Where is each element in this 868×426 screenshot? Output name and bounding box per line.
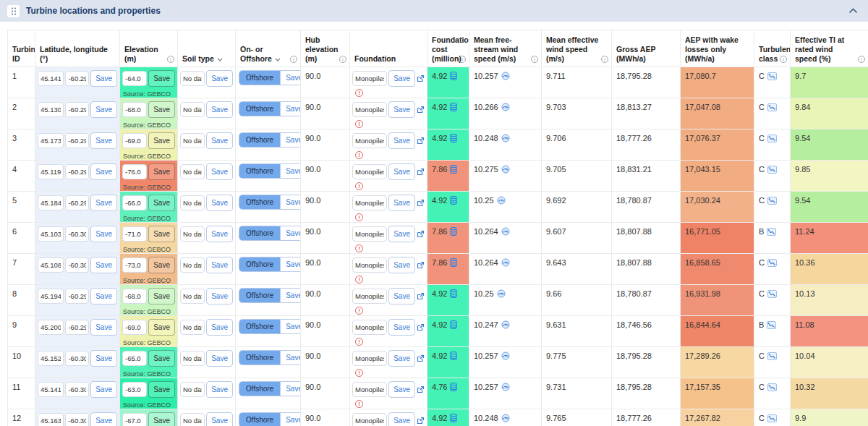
database-icon[interactable]	[450, 414, 457, 422]
foundation-save-button[interactable]: Save	[388, 195, 415, 211]
longitude-input[interactable]	[65, 133, 89, 148]
offshore-save-button[interactable]: Save	[280, 102, 300, 116]
external-link-icon[interactable]	[417, 292, 425, 300]
warning-icon[interactable]: !	[355, 120, 363, 128]
latitude-input[interactable]	[38, 320, 64, 335]
external-link-icon[interactable]	[417, 199, 425, 207]
line-chart-icon[interactable]	[767, 228, 776, 236]
onoffshore-toggle[interactable]: Offshore Save	[239, 132, 301, 148]
external-link-icon[interactable]	[417, 74, 425, 82]
latlon-save-button[interactable]: Save	[90, 350, 117, 367]
collapse-chevron-icon[interactable]	[848, 8, 858, 14]
database-icon[interactable]	[450, 227, 457, 236]
line-chart-icon[interactable]	[767, 383, 777, 391]
elevation-input[interactable]	[122, 289, 147, 304]
line-chart-icon[interactable]	[767, 166, 777, 174]
line-chart-icon[interactable]	[767, 72, 777, 80]
longitude-input[interactable]	[65, 320, 89, 335]
latitude-input[interactable]	[38, 195, 64, 210]
soil-save-button[interactable]: Save	[206, 319, 233, 336]
offshore-save-button[interactable]: Save	[280, 257, 300, 271]
line-chart-icon[interactable]	[767, 197, 777, 205]
soil-save-button[interactable]: Save	[206, 288, 233, 304]
warning-icon[interactable]: !	[355, 213, 363, 221]
elevation-input[interactable]	[122, 71, 147, 86]
elevation-input[interactable]	[122, 257, 147, 273]
database-icon[interactable]	[450, 258, 457, 267]
onoffshore-toggle[interactable]: Offshore Save	[239, 70, 301, 85]
offshore-selected-value[interactable]: Offshore	[239, 257, 280, 271]
foundation-input[interactable]	[352, 133, 387, 148]
latlon-save-button[interactable]: Save	[90, 288, 117, 304]
foundation-save-button[interactable]: Save	[388, 381, 415, 398]
line-chart-icon[interactable]	[767, 135, 777, 142]
onoffshore-toggle[interactable]: Offshore Save	[239, 350, 301, 365]
warning-icon[interactable]: !	[355, 307, 363, 315]
onoffshore-toggle[interactable]: Offshore Save	[239, 226, 301, 241]
onoffshore-toggle[interactable]: Offshore Save	[239, 101, 301, 116]
soil-save-button[interactable]: Save	[206, 132, 233, 149]
offshore-save-button[interactable]: Save	[280, 289, 300, 302]
foundation-save-button[interactable]: Save	[388, 288, 415, 304]
offshore-save-button[interactable]: Save	[280, 226, 300, 240]
gauge-icon[interactable]	[497, 289, 506, 298]
gauge-icon[interactable]	[501, 227, 510, 236]
foundation-input[interactable]	[352, 257, 387, 273]
warning-icon[interactable]: !	[355, 276, 363, 284]
foundation-input[interactable]	[352, 289, 387, 304]
elevation-save-button[interactable]: Save	[148, 70, 175, 87]
info-icon[interactable]: i	[167, 56, 174, 63]
latlon-save-button[interactable]: Save	[90, 163, 117, 180]
offshore-save-button[interactable]: Save	[280, 133, 300, 147]
longitude-input[interactable]	[65, 413, 89, 426]
latitude-input[interactable]	[38, 257, 64, 273]
elevation-input[interactable]	[122, 133, 147, 148]
warning-icon[interactable]: !	[355, 338, 363, 346]
latitude-input[interactable]	[38, 382, 64, 397]
latlon-save-button[interactable]: Save	[90, 195, 117, 211]
external-link-icon[interactable]	[417, 168, 425, 176]
offshore-save-button[interactable]: Save	[280, 71, 300, 85]
gauge-icon[interactable]	[501, 165, 510, 174]
gauge-icon[interactable]	[501, 383, 510, 391]
foundation-input[interactable]	[352, 164, 387, 179]
elevation-input[interactable]	[122, 195, 147, 210]
latitude-input[interactable]	[38, 226, 64, 242]
elevation-input[interactable]	[122, 351, 147, 366]
elevation-save-button[interactable]: Save	[148, 319, 175, 336]
offshore-selected-value[interactable]: Offshore	[239, 133, 280, 147]
onoffshore-toggle[interactable]: Offshore Save	[239, 412, 301, 426]
column-header-soil-type[interactable]: Soil type	[178, 30, 236, 67]
offshore-save-button[interactable]: Save	[280, 195, 300, 209]
soil-type-input[interactable]	[180, 289, 205, 304]
database-icon[interactable]	[450, 165, 457, 174]
gauge-icon[interactable]	[501, 414, 510, 422]
offshore-selected-value[interactable]: Offshore	[239, 164, 280, 178]
foundation-save-button[interactable]: Save	[388, 257, 415, 273]
line-chart-icon[interactable]	[767, 352, 777, 360]
drag-handle-icon[interactable]	[7, 5, 20, 17]
offshore-save-button[interactable]: Save	[280, 382, 300, 396]
line-chart-icon[interactable]	[767, 290, 777, 298]
database-icon[interactable]	[450, 134, 457, 142]
elevation-input[interactable]	[122, 320, 147, 335]
soil-save-button[interactable]: Save	[206, 163, 233, 180]
offshore-save-button[interactable]: Save	[280, 413, 300, 426]
gauge-icon[interactable]	[501, 72, 510, 80]
external-link-icon[interactable]	[417, 137, 425, 145]
external-link-icon[interactable]	[417, 323, 425, 331]
elevation-save-button[interactable]: Save	[148, 132, 175, 149]
offshore-selected-value[interactable]: Offshore	[239, 102, 280, 116]
offshore-selected-value[interactable]: Offshore	[239, 351, 280, 365]
elevation-save-button[interactable]: Save	[148, 195, 175, 211]
external-link-icon[interactable]	[417, 230, 425, 238]
offshore-save-button[interactable]: Save	[280, 320, 300, 333]
onoffshore-toggle[interactable]: Offshore Save	[239, 163, 301, 179]
info-icon[interactable]: i	[531, 56, 538, 63]
latitude-input[interactable]	[38, 133, 64, 148]
offshore-save-button[interactable]: Save	[280, 164, 300, 178]
longitude-input[interactable]	[65, 164, 89, 179]
gauge-icon[interactable]	[501, 320, 510, 329]
foundation-save-button[interactable]: Save	[388, 226, 415, 242]
foundation-save-button[interactable]: Save	[388, 350, 415, 367]
